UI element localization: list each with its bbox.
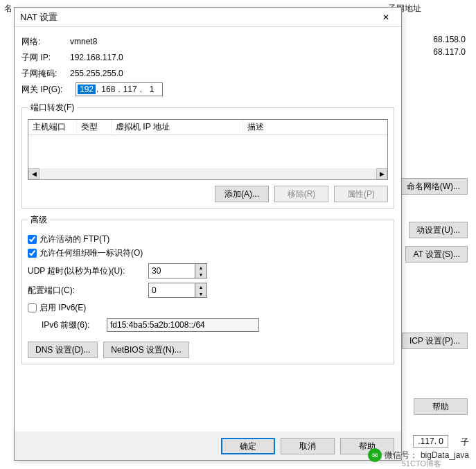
subnet-ip-value: 192.168.117.0 — [70, 53, 123, 62]
gateway-octet-4[interactable]: 1 — [143, 85, 161, 94]
cancel-button[interactable]: 取消 — [281, 438, 335, 454]
ipv6-prefix-input — [107, 318, 259, 332]
ok-button[interactable]: 确定 — [221, 438, 275, 454]
help-button[interactable]: 帮助 — [340, 438, 394, 454]
gateway-label: 网关 IP(G): — [21, 84, 76, 96]
subnet-mask-label: 子网掩码: — [21, 68, 70, 80]
port-forward-table[interactable]: 主机端口 类型 虚拟机 IP 地址 描述 ◀ ▶ — [28, 119, 388, 180]
ipv6-prefix-label: IPv6 前缀(6): — [42, 319, 104, 331]
dns-settings-button[interactable]: DNS 设置(D)... — [28, 342, 98, 358]
allow-oui-label: 允许任何组织唯一标识符(O) — [39, 247, 143, 259]
bg-ip-1: 68.158.0 — [433, 35, 466, 44]
udp-spin-down-icon[interactable]: ▼ — [195, 271, 206, 278]
allow-oui-checkbox[interactable]: 允许任何组织唯一标识符(O) — [28, 247, 388, 259]
network-value: vmnet8 — [70, 37, 97, 46]
col-vm-ip[interactable]: 虚拟机 IP 地址 — [112, 120, 243, 134]
bg-rename-button[interactable]: 命名网络(W)... — [399, 178, 468, 195]
bg-col-name: 名 — [4, 3, 12, 15]
enable-ipv6-checkbox[interactable]: 启用 IPv6(E) — [28, 302, 388, 314]
allow-oui-input[interactable] — [28, 249, 37, 258]
enable-ipv6-label: 启用 IPv6(E) — [39, 302, 86, 314]
subnet-ip-label: 子网 IP: — [21, 52, 70, 64]
udp-spin-up-icon[interactable]: ▲ — [195, 264, 206, 271]
table-header: 主机端口 类型 虚拟机 IP 地址 描述 — [28, 120, 387, 135]
bg-ip-2: 68.117.0 — [433, 47, 466, 57]
netbios-settings-button[interactable]: NetBIOS 设置(N)... — [103, 342, 188, 358]
network-label: 网络: — [21, 36, 70, 48]
horizontal-scrollbar[interactable]: ◀ ▶ — [28, 168, 387, 179]
advanced-legend: 高级 — [28, 214, 50, 226]
dialog-title: NAT 设置 — [20, 11, 373, 24]
dialog-footer: 确定 取消 帮助 — [15, 432, 401, 460]
config-port-spinner[interactable]: ▲ ▼ — [148, 283, 207, 298]
close-button[interactable]: ✕ — [373, 9, 398, 26]
scroll-left-icon[interactable]: ◀ — [28, 168, 39, 179]
nat-settings-dialog: NAT 设置 ✕ 网络: vmnet8 子网 IP: 192.168.117.0… — [14, 7, 402, 461]
col-host-port[interactable]: 主机端口 — [28, 120, 77, 134]
bg-sub-label: 子 — [461, 436, 469, 448]
advanced-group: 高级 允许活动的 FTP(T) 允许任何组织唯一标识符(O) UDP 超时(以秒… — [21, 214, 394, 364]
col-type[interactable]: 类型 — [77, 120, 112, 134]
cfg-spin-down-icon[interactable]: ▼ — [195, 290, 206, 297]
add-button[interactable]: 添加(A)... — [215, 186, 269, 202]
titlebar: NAT 设置 ✕ — [15, 8, 401, 27]
udp-timeout-label: UDP 超时(以秒为单位)(U): — [28, 265, 146, 277]
enable-ipv6-input[interactable] — [28, 303, 37, 312]
bg-dhcp-settings-button[interactable]: ICP 设置(P)... — [402, 333, 468, 349]
bg-help-button[interactable]: 帮助 — [414, 398, 468, 415]
config-port-input[interactable] — [149, 283, 195, 297]
port-forward-legend: 端口转发(F) — [28, 102, 77, 114]
gateway-ip-input[interactable]: 192. 168. 117. 1 — [76, 82, 163, 96]
allow-ftp-input[interactable] — [28, 235, 37, 244]
subnet-mask-value: 255.255.255.0 — [70, 69, 123, 78]
gateway-octet-3[interactable]: 117 — [121, 85, 139, 94]
udp-timeout-spinner[interactable]: ▲ ▼ — [148, 263, 207, 278]
port-forward-group: 端口转发(F) 主机端口 类型 虚拟机 IP 地址 描述 ◀ ▶ 添加(A)..… — [21, 102, 394, 209]
bg-auto-settings-button[interactable]: 动设置(U)... — [409, 222, 468, 238]
bg-ip-field: .117. 0 — [413, 435, 448, 448]
allow-ftp-checkbox[interactable]: 允许活动的 FTP(T) — [28, 233, 388, 245]
cfg-spin-up-icon[interactable]: ▲ — [195, 283, 206, 290]
gateway-octet-1[interactable]: 192 — [78, 85, 96, 94]
scroll-right-icon[interactable]: ▶ — [376, 168, 387, 179]
udp-timeout-input[interactable] — [149, 264, 195, 278]
close-icon: ✕ — [382, 12, 389, 22]
bg-nat-settings-button[interactable]: AT 设置(S)... — [405, 246, 468, 263]
gateway-octet-2[interactable]: 168 — [99, 85, 117, 94]
config-port-label: 配置端口(C): — [28, 285, 146, 297]
allow-ftp-label: 允许活动的 FTP(T) — [39, 233, 109, 245]
properties-button: 属性(P) — [334, 186, 388, 202]
col-desc[interactable]: 描述 — [243, 120, 387, 134]
scroll-track[interactable] — [39, 168, 376, 179]
remove-button: 移除(R) — [274, 186, 328, 202]
dialog-content: 网络: vmnet8 子网 IP: 192.168.117.0 子网掩码: 25… — [15, 27, 401, 375]
